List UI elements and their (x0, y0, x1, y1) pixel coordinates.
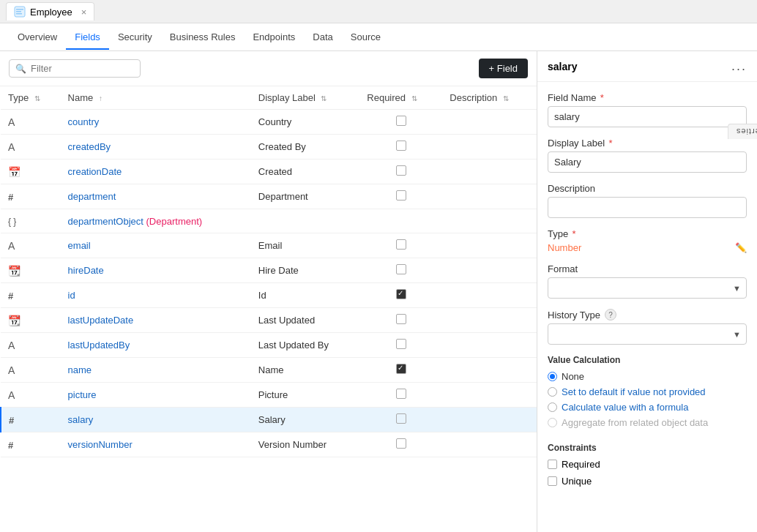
table-row[interactable]: #departmentDepartment (1, 184, 537, 209)
required-cell[interactable] (359, 383, 442, 408)
svg-rect-2 (16, 11, 21, 12)
required-cell[interactable] (359, 110, 442, 135)
required-checkbox-unchecked[interactable] (396, 165, 406, 176)
history-type-help-icon[interactable]: ? (605, 309, 616, 321)
radio-formula[interactable]: Calculate value with a formula (548, 402, 747, 413)
tab-fields[interactable]: Fields (66, 26, 109, 50)
description-cell (442, 432, 537, 457)
filter-input-wrapper[interactable]: 🔍 (9, 59, 141, 78)
tab-data[interactable]: Data (304, 26, 341, 50)
table-row[interactable]: 📅creationDateCreated (1, 160, 537, 184)
col-required[interactable]: Required ⇅ (359, 86, 442, 110)
display-label-cell: Created (251, 160, 359, 184)
unique-checkbox[interactable] (548, 476, 557, 486)
radio-default[interactable]: Set to default if value not provided (548, 386, 747, 397)
required-cell[interactable] (359, 358, 442, 383)
display-label-cell: Created By (251, 135, 359, 160)
table-row[interactable]: 📆hireDateHire Date (1, 258, 537, 283)
required-checkbox-unchecked[interactable] (396, 264, 406, 274)
table-row[interactable]: #idId (1, 283, 537, 308)
required-checkbox-unchecked[interactable] (396, 190, 406, 201)
required-cell[interactable] (359, 308, 442, 333)
description-cell (442, 333, 537, 358)
filter-input[interactable] (31, 63, 133, 74)
required-checkbox-checked[interactable] (396, 289, 406, 299)
close-icon[interactable]: × (81, 7, 87, 18)
col-name[interactable]: Name ↑ (61, 86, 251, 110)
format-select[interactable] (548, 277, 747, 299)
more-options-button[interactable]: ... (731, 59, 747, 74)
required-checkbox-checked[interactable] (396, 364, 406, 374)
tab-source[interactable]: Source (342, 26, 389, 50)
required-checkbox-unchecked[interactable] (396, 116, 406, 126)
type-icon-braces: { } (8, 217, 16, 227)
display-label-cell: Department (251, 184, 359, 209)
table-row[interactable]: AemailEmail (1, 233, 537, 258)
description-cell (442, 135, 537, 160)
required-cell[interactable] (359, 184, 442, 209)
type-label: Type * (548, 228, 747, 239)
field-name-label: Field Name * (548, 92, 747, 103)
required-checkbox-unchecked[interactable] (396, 339, 406, 349)
radio-none-btn[interactable] (548, 372, 557, 381)
display-label-cell: Salary (251, 408, 359, 432)
add-field-button[interactable]: + Field (479, 59, 528, 78)
edit-type-icon[interactable]: ✏️ (735, 242, 747, 253)
required-checkbox-unchecked[interactable] (396, 413, 406, 424)
tab-endpoints[interactable]: Endpoints (244, 26, 304, 50)
required-checkbox-unchecked[interactable] (396, 239, 406, 250)
col-type[interactable]: Type ⇅ (1, 86, 61, 110)
required-cell[interactable] (359, 233, 442, 258)
required-checkbox-unchecked[interactable] (396, 438, 406, 449)
description-cell (442, 383, 537, 408)
required-cell[interactable] (359, 258, 442, 283)
radio-formula-btn[interactable] (548, 402, 557, 412)
required-cell[interactable] (359, 432, 442, 457)
field-name-input[interactable] (548, 106, 747, 127)
add-field-label: + Field (489, 63, 518, 74)
radio-none[interactable]: None (548, 371, 747, 382)
type-value: Number (548, 242, 581, 253)
display-label-input[interactable] (548, 151, 747, 173)
required-checkbox-unchecked[interactable] (396, 314, 406, 324)
description-cell (442, 160, 537, 184)
col-display-label[interactable]: Display Label ⇅ (251, 86, 359, 110)
table-row[interactable]: AcountryCountry (1, 110, 537, 135)
table-row[interactable]: AlastUpdatedByLast Updated By (1, 333, 537, 358)
required-checkbox[interactable] (548, 460, 557, 469)
table-row[interactable]: AnameName (1, 358, 537, 383)
required-cell[interactable] (359, 333, 442, 358)
tab-business-rules[interactable]: Business Rules (161, 26, 245, 50)
table-row[interactable]: { }departmentObject (Department) (1, 209, 537, 233)
table-row[interactable]: 📆lastUpdateDateLast Updated (1, 308, 537, 333)
table-row[interactable]: AcreatedByCreated By (1, 135, 537, 160)
history-type-label: History Type ? (548, 309, 747, 321)
table-row[interactable]: ApicturePicture (1, 383, 537, 408)
required-checkbox-unchecked[interactable] (396, 141, 406, 151)
table-row[interactable]: #salarySalary (1, 408, 537, 432)
description-input[interactable] (548, 197, 747, 218)
radio-default-btn[interactable] (548, 387, 557, 397)
radio-aggregate: Aggregate from related object data (548, 417, 747, 428)
required-cell[interactable] (359, 408, 442, 432)
table-row[interactable]: #versionNumberVersion Number (1, 432, 537, 457)
tab-overview[interactable]: Overview (9, 26, 66, 50)
value-calculation-section: Value Calculation None Set to default if… (548, 355, 747, 432)
required-cell[interactable] (359, 135, 442, 160)
tab-security[interactable]: Security (109, 26, 161, 50)
display-label-cell: Name (251, 358, 359, 383)
field-name-cell: departmentObject (Department) (61, 209, 251, 233)
constraint-required[interactable]: Required (548, 459, 747, 470)
properties-tab[interactable]: Properties (728, 124, 757, 139)
history-type-select[interactable] (548, 323, 747, 345)
required-cell[interactable] (359, 209, 442, 233)
col-description[interactable]: Description ⇅ (442, 86, 537, 110)
required-cell[interactable] (359, 160, 442, 184)
display-label-cell: Country (251, 110, 359, 135)
display-label-label: Display Label * (548, 138, 747, 149)
employee-tab-icon (14, 6, 26, 18)
employee-tab[interactable]: Employee × (6, 2, 94, 20)
required-cell[interactable] (359, 283, 442, 308)
constraint-unique[interactable]: Unique (548, 476, 747, 487)
required-checkbox-unchecked[interactable] (396, 389, 406, 399)
